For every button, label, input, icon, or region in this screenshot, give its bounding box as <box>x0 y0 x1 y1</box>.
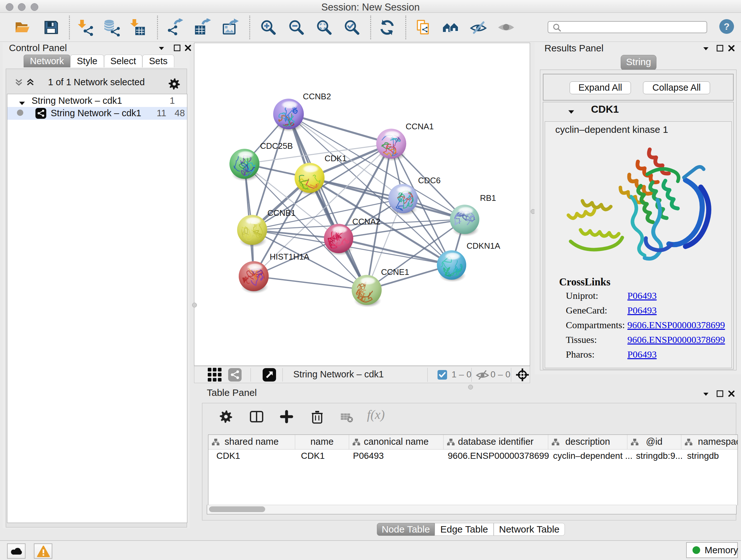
svg-text:CDC6: CDC6 <box>418 176 441 185</box>
svg-text:CCNA1: CCNA1 <box>406 122 434 131</box>
svg-text:CCNB1: CCNB1 <box>267 208 295 218</box>
svg-text:CDC25B: CDC25B <box>260 141 293 151</box>
svg-text:CCNB2: CCNB2 <box>303 91 331 101</box>
svg-text:CDKN1A: CDKN1A <box>467 241 500 251</box>
svg-text:?: ? <box>724 21 730 32</box>
svg-text:HIST1H1A: HIST1H1A <box>270 252 310 261</box>
svg-text:RB1: RB1 <box>480 193 496 203</box>
svg-text:CCNE1: CCNE1 <box>381 267 409 277</box>
svg-text:CCNA2: CCNA2 <box>352 217 381 226</box>
svg-text:CDK1: CDK1 <box>325 153 347 163</box>
